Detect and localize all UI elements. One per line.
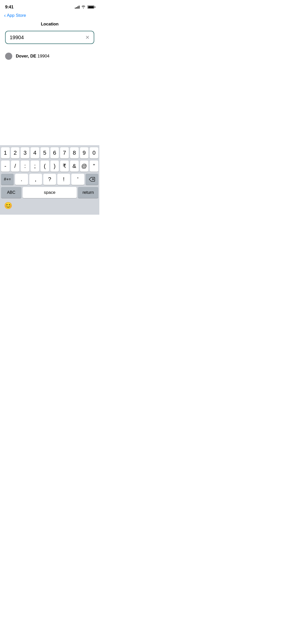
result-dot-icon <box>5 53 12 60</box>
key-delete[interactable] <box>86 174 98 185</box>
emoji-button[interactable]: 😊 <box>4 202 12 210</box>
key-return[interactable]: return <box>78 187 98 198</box>
key-at[interactable]: @ <box>80 160 89 172</box>
search-input[interactable]: 19904 <box>10 35 85 40</box>
key-5[interactable]: 5 <box>40 147 49 158</box>
key-colon[interactable]: : <box>21 160 29 172</box>
search-container: 19904 ✕ <box>0 31 99 44</box>
result-item[interactable]: Dover, DE 19904 <box>5 50 94 62</box>
back-chevron-icon: ‹ <box>4 13 6 18</box>
key-3[interactable]: 3 <box>21 147 29 158</box>
signal-icon <box>75 5 79 9</box>
emoji-bar: 😊 <box>1 200 98 215</box>
keyboard-bottom-row: ABC space return <box>1 187 98 198</box>
keyboard-symbol-row: - / : ; ( ) ₹ & @ " <box>1 160 98 172</box>
key-rupee[interactable]: ₹ <box>60 160 69 172</box>
result-city: Dover, DE <box>16 54 36 58</box>
keyboard-number-row: 1 2 3 4 5 6 7 8 9 0 <box>1 147 98 158</box>
keyboard-row3: #+= . , ? ! ' <box>1 174 98 185</box>
key-period[interactable]: . <box>15 174 28 185</box>
wifi-icon <box>81 5 86 9</box>
key-4[interactable]: 4 <box>31 147 39 158</box>
status-bar: 9:41 <box>0 0 99 12</box>
search-clear-button[interactable]: ✕ <box>85 34 90 40</box>
result-zip: 19904 <box>36 54 49 58</box>
key-6[interactable]: 6 <box>50 147 59 158</box>
key-quote[interactable]: " <box>90 160 98 172</box>
key-minus[interactable]: - <box>1 160 10 172</box>
key-question[interactable]: ? <box>43 174 56 185</box>
results-container: Dover, DE 19904 <box>0 48 99 64</box>
key-7[interactable]: 7 <box>60 147 69 158</box>
key-abc[interactable]: ABC <box>1 187 21 198</box>
key-close-paren[interactable]: ) <box>50 160 59 172</box>
back-nav: ‹ App Store <box>0 12 99 20</box>
nav-bar: Location <box>0 20 99 31</box>
delete-icon <box>89 177 95 182</box>
key-hashplus[interactable]: #+= <box>1 174 14 185</box>
key-space[interactable]: space <box>23 187 77 198</box>
key-1[interactable]: 1 <box>1 147 10 158</box>
key-9[interactable]: 9 <box>80 147 89 158</box>
key-8[interactable]: 8 <box>70 147 79 158</box>
back-button[interactable]: ‹ App Store <box>4 13 26 18</box>
key-semicolon[interactable]: ; <box>31 160 39 172</box>
page-title: Location <box>41 22 58 27</box>
battery-icon <box>87 5 94 9</box>
key-slash[interactable]: / <box>11 160 20 172</box>
status-icons <box>75 5 94 9</box>
keyboard: 1 2 3 4 5 6 7 8 9 0 - / : ; ( ) ₹ & @ " … <box>0 145 99 215</box>
key-2[interactable]: 2 <box>11 147 20 158</box>
back-label: App Store <box>7 13 26 18</box>
key-comma[interactable]: , <box>29 174 42 185</box>
key-open-paren[interactable]: ( <box>40 160 49 172</box>
status-time: 9:41 <box>5 5 13 10</box>
key-ampersand[interactable]: & <box>70 160 79 172</box>
key-0[interactable]: 0 <box>90 147 98 158</box>
key-apostrophe[interactable]: ' <box>71 174 84 185</box>
result-text[interactable]: Dover, DE 19904 <box>16 54 49 59</box>
key-exclaim[interactable]: ! <box>57 174 70 185</box>
search-box[interactable]: 19904 ✕ <box>5 31 94 44</box>
